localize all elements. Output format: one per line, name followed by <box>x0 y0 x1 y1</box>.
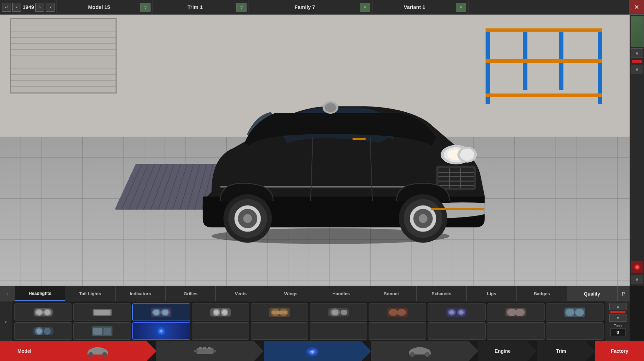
tab-vents[interactable]: Vents <box>216 286 266 301</box>
part-item-7[interactable] <box>369 303 426 321</box>
svg-rect-29 <box>431 208 484 210</box>
year-section: ‹‹ ‹ 1949 › › <box>0 0 57 14</box>
tab-tail-lights[interactable]: Tail Lights <box>65 286 115 301</box>
part-item-11[interactable] <box>14 322 72 340</box>
part-item-13[interactable] <box>132 322 190 340</box>
part-item-4[interactable] <box>192 303 249 321</box>
part-item-5[interactable] <box>251 303 308 321</box>
svg-point-61 <box>397 309 406 316</box>
tab-badges[interactable]: Badges <box>517 286 567 301</box>
part-item-8[interactable] <box>428 303 485 321</box>
parts-scroll-up-button[interactable]: ∧ <box>609 303 627 310</box>
svg-rect-91 <box>213 350 216 352</box>
part-item-10[interactable] <box>546 303 604 321</box>
family-dropdown-button[interactable]: V <box>360 3 370 12</box>
viewport[interactable] <box>0 15 630 286</box>
nav-camera-section <box>264 341 361 361</box>
tab-grilles[interactable]: Grilles <box>166 286 216 301</box>
nav-factory-button[interactable]: Factory <box>595 341 644 361</box>
model-label: Model 15 <box>59 4 139 10</box>
tab-indicators[interactable]: Indicators <box>116 286 166 301</box>
svg-point-65 <box>449 310 454 314</box>
trim-label: Trim 1 <box>155 4 235 10</box>
rp-red-icon-button[interactable] <box>631 261 643 273</box>
rp-bottom-scroll-down-button[interactable]: ∨ <box>631 275 643 284</box>
svg-point-57 <box>332 310 338 315</box>
parts-area: ‹ <box>0 301 630 342</box>
year-next-next-button[interactable]: › <box>46 3 55 12</box>
svg-rect-30 <box>353 138 366 140</box>
svg-rect-78 <box>93 328 102 335</box>
garage-door <box>10 18 117 94</box>
svg-rect-79 <box>104 328 111 335</box>
year-prev-prev-button[interactable]: ‹‹ <box>2 3 11 12</box>
variant-section: Variant 1 V <box>372 0 468 14</box>
top-bar: ‹‹ ‹ 1949 › › Model 15 V Trim 1 V Family… <box>0 0 644 15</box>
tab-lips[interactable]: Lips <box>467 286 517 301</box>
svg-rect-87 <box>199 347 202 349</box>
nav-arrow-4 <box>469 341 478 361</box>
tab-wings[interactable]: Wings <box>266 286 316 301</box>
tab-quality[interactable]: Quality <box>567 286 617 301</box>
svg-rect-86 <box>196 348 214 354</box>
svg-point-71 <box>565 309 574 316</box>
part-item-14[interactable] <box>192 322 249 340</box>
svg-point-58 <box>341 310 347 315</box>
tab-handles[interactable]: Handles <box>316 286 366 301</box>
tab-back-button[interactable]: ‹ <box>0 286 15 301</box>
nav-arrow-5 <box>527 341 537 361</box>
svg-point-50 <box>222 310 227 315</box>
tab-headlights[interactable]: Headlights <box>15 286 65 301</box>
car-display <box>126 69 535 245</box>
parts-red-bar <box>610 311 625 313</box>
parts-scroll-left-button[interactable]: ‹ <box>0 301 12 342</box>
year-prev-button[interactable]: ‹ <box>12 3 21 12</box>
nav-engine-button[interactable]: Engine <box>478 341 527 361</box>
nav-car-silhouette-1 <box>49 341 147 361</box>
part-item-6[interactable] <box>310 303 367 321</box>
close-button[interactable]: ✕ <box>629 0 644 14</box>
part-item-2[interactable] <box>73 303 131 321</box>
tab-p-button[interactable]: P <box>617 286 630 301</box>
svg-point-85 <box>102 352 107 357</box>
svg-point-13 <box>460 149 474 161</box>
part-item-9[interactable] <box>487 303 545 321</box>
part-item-15[interactable] <box>251 322 308 340</box>
trim-dropdown-button[interactable]: V <box>236 3 247 12</box>
tech-label: Tech <box>614 324 622 328</box>
part-item-17[interactable] <box>369 322 426 340</box>
parts-grid <box>12 301 606 342</box>
year-next-button[interactable]: › <box>35 3 44 12</box>
svg-point-19 <box>243 214 252 223</box>
rp-scroll-down-button[interactable]: ∨ <box>631 65 643 74</box>
svg-point-84 <box>88 352 93 357</box>
tab-bar: ‹ Headlights Tail Lights Indicators Gril… <box>0 286 630 301</box>
part-item-20[interactable] <box>546 322 604 340</box>
part-item-18[interactable] <box>428 322 485 340</box>
bottom-panel: ‹ Headlights Tail Lights Indicators Gril… <box>0 286 630 341</box>
part-item-16[interactable] <box>310 322 367 340</box>
viewport-scene <box>0 15 630 286</box>
svg-point-45 <box>162 310 168 315</box>
svg-point-28 <box>325 103 336 112</box>
svg-point-72 <box>575 309 584 316</box>
part-item-3[interactable] <box>132 303 190 321</box>
part-item-12[interactable] <box>73 322 131 340</box>
minimap-content <box>631 16 643 47</box>
tab-exhausts[interactable]: Exhausts <box>417 286 467 301</box>
rp-scroll-up-button[interactable]: ∧ <box>631 48 643 58</box>
part-item-19[interactable] <box>487 322 545 340</box>
nav-model-button[interactable]: Model <box>0 341 49 361</box>
nav-engine-section <box>156 341 254 361</box>
svg-point-36 <box>36 310 42 315</box>
tab-bonnet[interactable]: Bonnet <box>366 286 416 301</box>
nav-trim-button[interactable]: Trim <box>537 341 586 361</box>
svg-rect-96 <box>308 348 312 350</box>
svg-point-83 <box>160 330 162 332</box>
model-dropdown-button[interactable]: V <box>140 3 151 12</box>
right-panel: ∧ ∨ ∨ <box>630 15 644 286</box>
variant-dropdown-button[interactable]: V <box>456 3 466 12</box>
parts-scroll-down-button[interactable]: ∨ <box>609 314 627 322</box>
nav-model-label: Model <box>17 348 31 354</box>
part-item-1[interactable] <box>14 303 72 321</box>
